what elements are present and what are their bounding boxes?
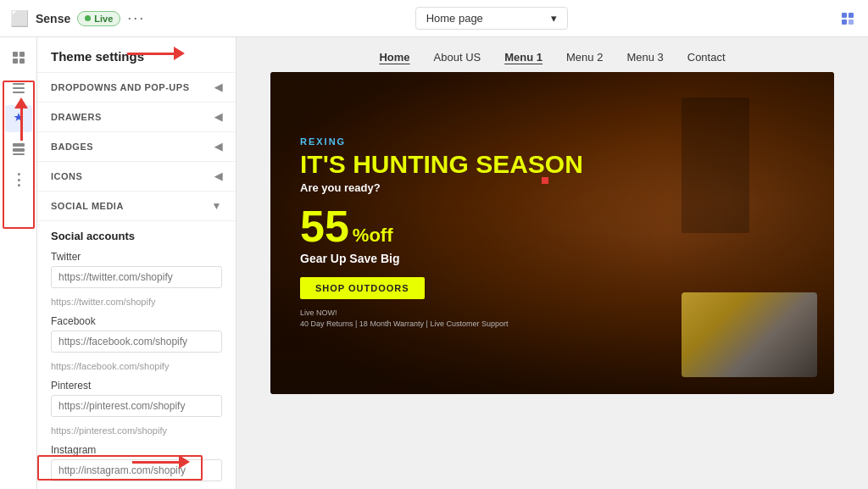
more-options-button[interactable]: ··· [127, 9, 145, 27]
preview-area: Home About US Menu 1 Menu 2 Menu 3 Conta… [236, 37, 868, 489]
instagram-field: Instagram [37, 441, 236, 488]
topbar-left: ⬜ Sense Live ··· [10, 9, 145, 28]
banner-shop-button[interactable]: SHOP OUTDOORS [300, 277, 425, 299]
facebook-field: Facebook [37, 312, 236, 359]
svg-rect-3 [849, 19, 854, 25]
chevron-social-icon: ▼ [212, 200, 222, 212]
svg-rect-11 [13, 143, 25, 147]
twitter-placeholder: https://twitter.com/shopify [37, 295, 236, 312]
grid-view-icon[interactable] [837, 8, 858, 29]
section-badges-label: BADGES [51, 142, 93, 152]
facebook-placeholder: https://facebook.com/shopify [37, 359, 236, 376]
topbar: ⬜ Sense Live ··· Home page ▾ [0, 0, 868, 37]
section-drawers[interactable]: DRAWERS ◀ [37, 103, 236, 132]
position-dot [542, 177, 548, 184]
svg-rect-7 [19, 58, 25, 64]
section-icons[interactable]: ICONS ◀ [37, 162, 236, 192]
twitter-label: Twitter [51, 251, 222, 263]
live-dot [85, 15, 91, 21]
social-media-section: SOCIAL MEDIA ▼ Social accounts Twitter h… [37, 192, 236, 489]
chevron-drawers-icon: ◀ [214, 111, 223, 123]
svg-rect-5 [19, 52, 25, 57]
icon-sidebar: ⋮ [0, 37, 37, 489]
banner-price-off: %off [353, 225, 393, 247]
preview-banner: REXING IT'S HUNTING SEASON Are you ready… [270, 72, 834, 394]
pinterest-input[interactable] [51, 395, 222, 417]
svg-rect-0 [842, 13, 847, 18]
social-media-label: SOCIAL MEDIA [51, 201, 124, 211]
svg-rect-4 [13, 52, 18, 57]
page-selector-chevron: ▾ [551, 12, 557, 25]
preview-nav: Home About US Menu 1 Menu 2 Menu 3 Conta… [236, 37, 868, 72]
svg-rect-1 [849, 13, 854, 18]
live-badge: Live [77, 11, 120, 26]
pinterest-placeholder: https://pinterest.com/shopify [37, 424, 236, 441]
banner-background: REXING IT'S HUNTING SEASON Are you ready… [270, 72, 834, 394]
banner-fine-print: Live NOW!40 Day Returns | 18 Month Warra… [300, 308, 583, 329]
main-layout: ⋮ Theme settings DROPDOWNS AND POP-UPS ◀… [0, 37, 868, 489]
nav-toggle-icon[interactable]: ⬜ [10, 9, 29, 28]
topbar-center: Home page ▾ [155, 7, 827, 30]
chevron-dropdowns-icon: ◀ [214, 81, 223, 93]
banner-gear-text: Gear Up Save Big [300, 252, 583, 265]
page-selector-dropdown[interactable]: Home page ▾ [415, 7, 568, 30]
social-media-header[interactable]: SOCIAL MEDIA ▼ [37, 192, 236, 221]
app-logo: Sense [36, 12, 70, 25]
sidebar-icon-more[interactable]: ⋮ [5, 166, 32, 193]
sidebar-icon-grid[interactable] [5, 44, 32, 71]
svg-rect-9 [13, 87, 25, 89]
svg-rect-8 [13, 83, 25, 85]
twitter-input[interactable] [51, 266, 222, 288]
nav-about-us[interactable]: About US [434, 51, 481, 64]
nav-contact[interactable]: Contact [687, 51, 726, 64]
chevron-badges-icon: ◀ [214, 141, 223, 153]
settings-title: Theme settings [51, 49, 144, 64]
facebook-label: Facebook [51, 315, 222, 327]
svg-rect-13 [13, 153, 25, 155]
svg-rect-2 [842, 19, 847, 25]
sidebar-icon-theme[interactable] [5, 105, 32, 132]
section-drawers-label: DRAWERS [51, 112, 102, 122]
banner-headline: IT'S HUNTING SEASON [300, 150, 583, 178]
instagram-label: Instagram [51, 444, 222, 456]
settings-header: Theme settings [37, 37, 236, 73]
page-selector-label: Home page [426, 12, 483, 25]
nav-menu2[interactable]: Menu 2 [566, 51, 603, 64]
nav-home[interactable]: Home [379, 51, 409, 64]
live-label: Live [94, 14, 113, 24]
chevron-icons-icon: ◀ [214, 170, 223, 182]
nav-menu1[interactable]: Menu 1 [504, 51, 542, 64]
section-dropdowns-label: DROPDOWNS AND POP-UPS [51, 82, 190, 92]
sidebar-icon-sections[interactable] [5, 136, 32, 163]
svg-rect-10 [13, 92, 25, 93]
svg-rect-6 [13, 58, 18, 64]
settings-panel: Theme settings DROPDOWNS AND POP-UPS ◀ D… [37, 37, 236, 489]
twitter-field: Twitter [37, 247, 236, 295]
instagram-input[interactable] [51, 459, 222, 481]
banner-sub: Are you ready? [300, 181, 583, 194]
pinterest-field: Pinterest [37, 376, 236, 424]
section-badges[interactable]: BADGES ◀ [37, 132, 236, 162]
topbar-right [837, 8, 858, 29]
section-dropdowns[interactable]: DROPDOWNS AND POP-UPS ◀ [37, 73, 236, 103]
svg-rect-12 [13, 148, 25, 152]
banner-price: 55 %off [300, 204, 583, 248]
nav-menu3[interactable]: Menu 3 [626, 51, 663, 64]
sidebar-icon-layers[interactable] [5, 75, 32, 102]
banner-brand: REXING [300, 136, 583, 147]
pinterest-label: Pinterest [51, 380, 222, 392]
banner-content: REXING IT'S HUNTING SEASON Are you ready… [270, 111, 613, 354]
section-icons-label: ICONS [51, 171, 82, 181]
facebook-input[interactable] [51, 331, 222, 353]
banner-price-number: 55 [300, 204, 349, 248]
social-accounts-label: Social accounts [37, 221, 236, 247]
